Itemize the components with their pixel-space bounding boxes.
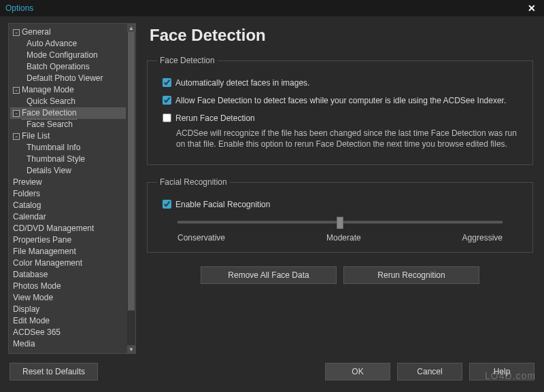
tree-item-label: Auto Advance [27, 38, 77, 50]
tree-item-label: General [22, 26, 51, 38]
collapse-icon[interactable]: - [13, 87, 20, 94]
tree-item-label: Display [13, 304, 39, 315]
idle-detect-label: Allow Face Detection to detect faces whi… [175, 95, 506, 106]
tree-item-display[interactable]: Display [10, 304, 126, 315]
tree-item-calendar[interactable]: Calendar [10, 211, 126, 223]
tree-item-label: Face Detection [22, 107, 77, 120]
auto-detect-label: Automatically detect faces in images. [175, 77, 309, 88]
tree-item-edit-mode[interactable]: Edit Mode [10, 315, 126, 327]
titlebar: Options ✕ [0, 0, 544, 16]
tree-item-acdsee-365[interactable]: ACDSee 365 [10, 327, 126, 338]
tree-item-media[interactable]: Media [10, 338, 126, 350]
tree-item-batch-operations[interactable]: Batch Operations [10, 61, 126, 73]
footer: Reset to Defaults OK Cancel Help [0, 358, 544, 392]
body: -GeneralAuto AdvanceMode ConfigurationBa… [0, 16, 544, 358]
tree-item-label: File Management [13, 246, 76, 257]
tree-item-label: Photos Mode [13, 281, 61, 292]
rerun-recognition-button[interactable]: Rerun Recognition [343, 266, 479, 284]
tree-item-label: Quick Search [27, 96, 75, 107]
window-title: Options [5, 3, 33, 13]
scrollbar[interactable]: ▲ ▼ [127, 24, 135, 353]
reset-defaults-button[interactable]: Reset to Defaults [10, 363, 98, 380]
tree-item-label: Thumbnail Style [27, 154, 85, 165]
main-panel: Face Detection Face Detection Automatica… [144, 23, 536, 354]
tree-item-details-view[interactable]: Details View [10, 165, 126, 177]
tree-item-manage-mode[interactable]: -Manage Mode [10, 84, 126, 96]
slider-track[interactable] [177, 221, 503, 224]
close-icon[interactable]: ✕ [525, 3, 539, 14]
scroll-thumb[interactable] [128, 32, 135, 310]
tree-item-label: CD/DVD Management [13, 223, 94, 234]
tree-item-file-management[interactable]: File Management [10, 246, 126, 257]
enable-recognition-checkbox[interactable] [163, 200, 171, 209]
tree-item-label: Batch Operations [27, 61, 90, 73]
tree-item-thumbnail-info[interactable]: Thumbnail Info [10, 142, 126, 154]
cancel-button[interactable]: Cancel [397, 363, 462, 380]
help-button[interactable]: Help [469, 363, 534, 380]
idle-detect-checkbox[interactable] [163, 96, 171, 105]
page-title: Face Detection [150, 26, 536, 45]
tree-item-view-mode[interactable]: View Mode [10, 292, 126, 304]
tree-item-label: Preview [13, 177, 42, 188]
facial-recognition-group: Facial Recognition Enable Facial Recogni… [147, 177, 533, 253]
rerun-detect-row: Rerun Face Detection [163, 113, 523, 124]
tree-item-database[interactable]: Database [10, 269, 126, 281]
rerun-detect-checkbox[interactable] [163, 113, 171, 122]
auto-detect-checkbox[interactable] [163, 78, 171, 87]
scroll-up-icon[interactable]: ▲ [127, 24, 135, 32]
tree-item-label: Face Search [27, 119, 73, 130]
tree-item-face-detection[interactable]: -Face Detection [10, 107, 126, 119]
tree-item-default-photo-viewer[interactable]: Default Photo Viewer [10, 73, 126, 84]
collapse-icon[interactable]: - [13, 110, 20, 117]
rerun-detect-label: Rerun Face Detection [175, 113, 255, 124]
tree-item-label: Database [13, 269, 48, 281]
slider-label-mid: Moderate [326, 233, 361, 243]
tree-item-properties-pane[interactable]: Properties Pane [10, 234, 126, 246]
remove-all-face-data-button[interactable]: Remove All Face Data [201, 266, 337, 284]
tree-item-label: Details View [27, 165, 71, 177]
tree-item-general[interactable]: -General [10, 26, 126, 38]
tree-item-label: Edit Mode [13, 315, 50, 327]
tree-item-folders[interactable]: Folders [10, 188, 126, 200]
tree-item-label: Default Photo Viewer [27, 73, 103, 84]
tree-item-photos-mode[interactable]: Photos Mode [10, 281, 126, 292]
tree-item-preview[interactable]: Preview [10, 177, 126, 188]
ok-button[interactable]: OK [325, 363, 390, 380]
tree-item-face-search[interactable]: Face Search [10, 119, 126, 130]
tree-item-label: Properties Pane [13, 234, 71, 246]
face-detection-group: Face Detection Automatically detect face… [147, 56, 533, 165]
tree-item-cd-dvd-management[interactable]: CD/DVD Management [10, 223, 126, 234]
collapse-icon[interactable]: - [13, 29, 20, 36]
tree-item-thumbnail-style[interactable]: Thumbnail Style [10, 154, 126, 165]
recognition-slider[interactable]: Conservative Moderate Aggressive [177, 221, 503, 243]
tree-item-color-management[interactable]: Color Management [10, 257, 126, 269]
nav-tree: -GeneralAuto AdvanceMode ConfigurationBa… [8, 23, 136, 354]
tree-item-label: Mode Configuration [27, 50, 98, 61]
enable-recognition-label: Enable Facial Recognition [175, 199, 270, 210]
tree-item-catalog[interactable]: Catalog [10, 200, 126, 211]
tree-item-label: File List [22, 130, 50, 142]
facial-recognition-legend: Facial Recognition [157, 177, 230, 187]
tree-item-label: Calendar [13, 211, 46, 223]
auto-detect-row: Automatically detect faces in images. [163, 77, 523, 88]
tree-item-label: Media [13, 338, 35, 350]
tree-item-label: ACDSee 365 [13, 327, 61, 338]
tree-item-label: Catalog [13, 200, 41, 211]
options-window: Options ✕ -GeneralAuto AdvanceMode Confi… [0, 0, 544, 392]
slider-thumb[interactable] [337, 217, 343, 229]
face-detection-legend: Face Detection [157, 56, 218, 65]
sidebar: -GeneralAuto AdvanceMode ConfigurationBa… [8, 23, 136, 354]
idle-detect-row: Allow Face Detection to detect faces whi… [163, 95, 523, 106]
enable-recognition-row: Enable Facial Recognition [163, 199, 523, 210]
tree-item-file-list[interactable]: -File List [10, 130, 126, 142]
tree-item-quick-search[interactable]: Quick Search [10, 96, 126, 107]
tree-item-label: Manage Mode [22, 84, 74, 96]
scroll-down-icon[interactable]: ▼ [127, 345, 135, 353]
tree-item-label: Thumbnail Info [27, 142, 80, 154]
tree-item-label: Folders [13, 188, 40, 200]
action-buttons: Remove All Face Data Rerun Recognition [144, 266, 536, 284]
tree-item-auto-advance[interactable]: Auto Advance [10, 38, 126, 50]
collapse-icon[interactable]: - [13, 133, 20, 140]
tree-item-mode-configuration[interactable]: Mode Configuration [10, 50, 126, 61]
slider-label-right: Aggressive [462, 233, 503, 243]
